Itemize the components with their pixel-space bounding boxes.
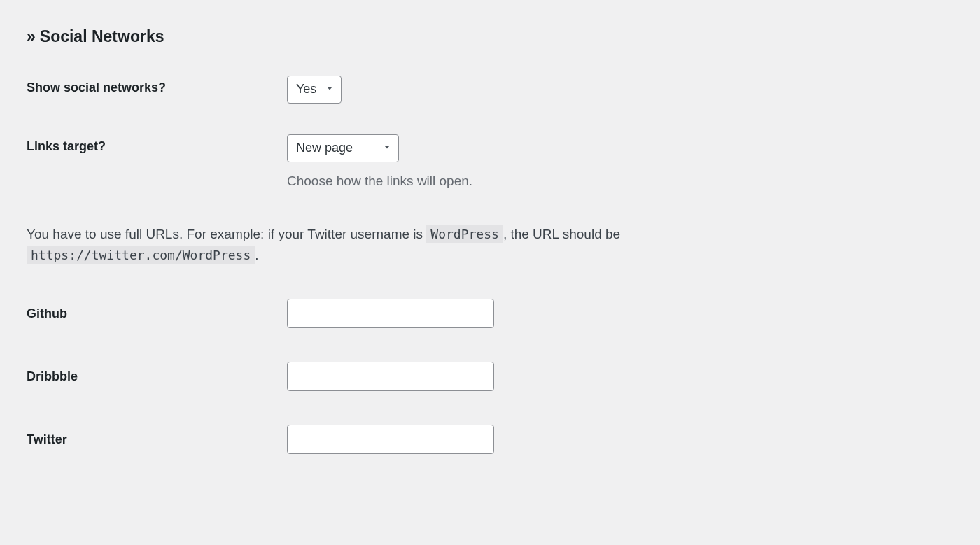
links-target-control: New page Choose how the links will open. [287,134,953,191]
dribbble-input[interactable] [287,362,494,391]
field-github: Github [27,299,953,328]
show-social-select[interactable]: Yes [287,76,342,104]
show-social-select-wrap: Yes [287,76,342,104]
field-dribbble: Dribbble [27,362,953,391]
url-info-text: You have to use full URLs. For example: … [27,224,797,265]
info-code-username: WordPress [426,225,503,243]
info-text-after: . [255,248,258,262]
github-control [287,299,494,328]
section-heading: »Social Networks [27,27,953,48]
field-show-social: Show social networks? Yes [27,76,953,104]
heading-prefix: » [27,27,36,45]
field-twitter: Twitter [27,425,953,454]
links-target-select-wrap: New page [287,134,399,162]
field-links-target: Links target? New page Choose how the li… [27,134,953,191]
info-code-url: https://twitter.com/WordPress [27,246,255,264]
github-input[interactable] [287,299,494,328]
settings-section: »Social Networks Show social networks? Y… [0,0,980,482]
github-label: Github [27,306,287,322]
show-social-label: Show social networks? [27,76,287,96]
heading-title: Social Networks [40,27,164,45]
twitter-control [287,425,494,454]
info-text-mid: , the URL should be [503,227,620,241]
show-social-control: Yes [287,76,953,104]
links-target-description: Choose how the links will open. [287,172,953,191]
links-target-label: Links target? [27,134,287,155]
links-target-select[interactable]: New page [287,134,399,162]
dribbble-label: Dribbble [27,369,287,385]
twitter-label: Twitter [27,432,287,448]
info-text-before: You have to use full URLs. For example: … [27,227,426,241]
twitter-input[interactable] [287,425,494,454]
dribbble-control [287,362,494,391]
